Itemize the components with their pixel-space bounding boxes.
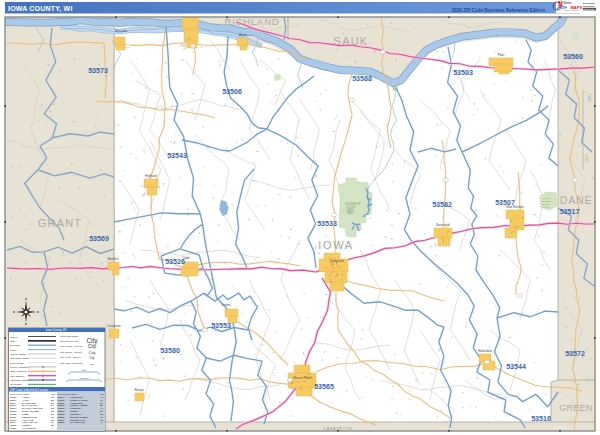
svg-text:REWEY: REWEY: [70, 410, 79, 412]
svg-text:Blue Mounds: Blue Mounds: [506, 205, 524, 209]
svg-text:Water: Water: [10, 349, 16, 352]
svg-text:53507: 53507: [10, 402, 17, 404]
svg-text:IOWA: IOWA: [318, 239, 353, 251]
svg-text:53573: 53573: [88, 67, 108, 75]
svg-text:LIVINGSTON: LIVINGSTON: [22, 427, 36, 429]
svg-text:City: City: [88, 343, 97, 349]
svg-text:PLATTEVILLE: PLATTEVILLE: [70, 421, 85, 423]
svg-text:County: County: [10, 336, 18, 339]
svg-text:53573: 53573: [58, 399, 65, 401]
svg-text:Muscoda: Muscoda: [115, 29, 128, 33]
svg-text:State Highways: State Highways: [10, 370, 27, 373]
svg-text:DANE: DANE: [560, 194, 592, 206]
svg-text:ZIP Code ZIP Name: ZIP Code ZIP Name: [58, 393, 78, 395]
svg-text:Livingston: Livingston: [107, 324, 121, 328]
svg-text:53516: 53516: [10, 404, 17, 406]
svg-text:LAFAYETTE: LAFAYETTE: [324, 426, 353, 431]
svg-text:Cobb: Cobb: [182, 256, 190, 260]
svg-text:Highland: Highland: [145, 174, 157, 178]
svg-text:53518: 53518: [10, 410, 17, 412]
svg-text:DODGEVILLE: DODGEVILLE: [22, 416, 37, 418]
svg-text:County Highways: County Highways: [10, 366, 29, 369]
svg-text:COBB: COBB: [22, 413, 29, 415]
svg-text:53580: 53580: [58, 410, 65, 412]
svg-text:53565: 53565: [314, 383, 334, 391]
svg-text:53588: 53588: [58, 416, 65, 418]
svg-text:BLANCHARDVILLE: BLANCHARDVILLE: [22, 407, 43, 409]
svg-text:53526: 53526: [10, 413, 17, 415]
svg-text:53560: 53560: [563, 53, 583, 61]
svg-text:ZIP Code ZIP Name: ZIP Code ZIP Name: [10, 393, 30, 395]
svg-text:53590: 53590: [58, 419, 65, 421]
svg-text:Rewey: Rewey: [134, 388, 144, 392]
svg-text:53580: 53580: [58, 402, 65, 404]
svg-text:Barneveld: Barneveld: [436, 223, 450, 227]
svg-text:Plain: Plain: [498, 53, 505, 57]
svg-text:Dodgeville: Dodgeville: [330, 259, 344, 263]
svg-text:53503: 53503: [453, 69, 473, 77]
svg-text:HIGHLAND: HIGHLAND: [22, 419, 34, 421]
svg-text:Iowa County, WI: Iowa County, WI: [46, 328, 67, 332]
svg-text:Hollandale: Hollandale: [478, 349, 493, 353]
svg-text:Edition 2026: Edition 2026: [584, 8, 595, 10]
svg-text:DODGEVILLE: DODGEVILLE: [70, 419, 85, 421]
svg-text:Primary Roads: Primary Roads: [10, 353, 27, 356]
svg-text:53543: 53543: [167, 152, 187, 160]
svg-text:53569: 53569: [89, 235, 109, 243]
svg-text:53572: 53572: [565, 350, 585, 358]
svg-text:Minor Roads: Minor Roads: [10, 362, 24, 365]
svg-text:AVOCA: AVOCA: [22, 399, 30, 401]
svg-text:MOUNT HOREB: MOUNT HOREB: [70, 404, 88, 406]
svg-text:53543: 53543: [10, 419, 17, 421]
svg-text:US Highways: US Highways: [10, 375, 25, 378]
svg-text:HOLLANDALE: HOLLANDALE: [22, 421, 38, 423]
svg-text:53533: 53533: [10, 416, 17, 418]
svg-text:53517: 53517: [10, 407, 17, 409]
svg-text:53565: 53565: [10, 427, 17, 429]
svg-text:53573: 53573: [58, 407, 65, 409]
svg-text:53582: 53582: [58, 413, 65, 415]
svg-text:SAUK: SAUK: [334, 35, 369, 47]
svg-text:Linden: Linden: [221, 303, 230, 307]
svg-text:ZIP Code: ZIP Code: [10, 344, 21, 347]
svg-text:ARENA: ARENA: [22, 396, 30, 398]
svg-text:53580: 53580: [160, 347, 180, 355]
svg-text:53515: 53515: [585, 154, 589, 162]
svg-text:MONTFORT: MONTFORT: [70, 396, 84, 398]
svg-text:PARK: PARK: [347, 211, 354, 215]
svg-text:PARK: PARK: [543, 206, 550, 209]
svg-text:BLACK EARTH: BLACK EARTH: [22, 404, 38, 406]
svg-text:53588: 53588: [352, 75, 372, 83]
svg-text:53503: 53503: [10, 396, 17, 398]
svg-text:SPRING GREEN: SPRING GREEN: [70, 416, 88, 418]
svg-text:Miles: Miles: [82, 369, 87, 371]
svg-text:Montfort: Montfort: [107, 257, 118, 261]
svg-text:LINDEN: LINDEN: [22, 424, 31, 426]
svg-text:MINERAL POINT: MINERAL POINT: [70, 399, 88, 401]
svg-text:53506: 53506: [222, 88, 242, 96]
svg-text:City: City: [89, 356, 95, 360]
svg-text:GRANT: GRANT: [38, 217, 83, 229]
svg-text:53544: 53544: [10, 421, 17, 423]
svg-text:State: State: [10, 340, 16, 343]
svg-text:RIDGEWAY: RIDGEWAY: [70, 413, 83, 415]
svg-text:Toll Roads: Toll Roads: [10, 383, 22, 386]
svg-text:IOWA COUNTY, WI: IOWA COUNTY, WI: [8, 5, 73, 13]
svg-text:53544: 53544: [506, 363, 526, 371]
svg-text:BLUE MOUNDS: BLUE MOUNDS: [22, 410, 39, 412]
svg-text:City: City: [89, 350, 96, 355]
svg-text:53516: 53516: [531, 415, 551, 423]
svg-text:53582: 53582: [432, 201, 452, 209]
svg-text:MONTFORT: MONTFORT: [70, 402, 84, 404]
svg-text:Secondary Roads: Secondary Roads: [10, 357, 30, 360]
svg-text:53517: 53517: [560, 208, 580, 216]
svg-text:53553: 53553: [211, 322, 231, 330]
svg-text:53818: 53818: [58, 421, 65, 423]
svg-text:Cities and Towns: Cities and Towns: [60, 335, 79, 338]
svg-text:Arena: Arena: [239, 33, 247, 37]
svg-text:ZIP Code Index/Grid Locator: ZIP Code Index/Grid Locator: [10, 388, 48, 392]
svg-text:53553: 53553: [10, 424, 17, 426]
svg-text:53569: 53569: [58, 396, 65, 398]
svg-text:Kilometers: Kilometers: [79, 377, 88, 379]
svg-text:GREEN: GREEN: [559, 403, 593, 413]
